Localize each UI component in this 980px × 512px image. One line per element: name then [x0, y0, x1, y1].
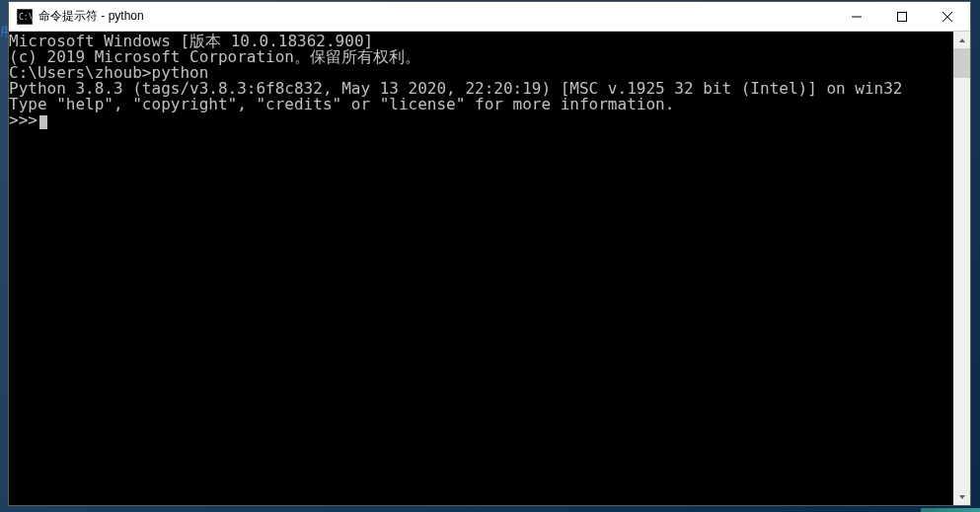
- scroll-thumb[interactable]: [953, 48, 970, 78]
- scroll-track[interactable]: [953, 48, 970, 488]
- scroll-down-button[interactable]: [953, 488, 970, 505]
- close-button[interactable]: [925, 2, 970, 31]
- vertical-scrollbar[interactable]: [953, 32, 970, 505]
- svg-text:C:\: C:\: [19, 13, 33, 22]
- terminal-body: Microsoft Windows [版本 10.0.18362.900](c)…: [9, 32, 970, 505]
- taskbar-edge: [921, 508, 980, 512]
- minimize-button[interactable]: [834, 2, 879, 31]
- scroll-up-button[interactable]: [953, 32, 970, 48]
- terminal-output[interactable]: Microsoft Windows [版本 10.0.18362.900](c)…: [9, 32, 953, 505]
- window-title: 命令提示符 - python: [38, 8, 834, 25]
- terminal-prompt-line: >>>: [9, 112, 953, 129]
- command-prompt-window: C:\ 命令提示符 - python Microsoft Windows [版本…: [8, 1, 971, 506]
- titlebar[interactable]: C:\ 命令提示符 - python: [9, 2, 970, 32]
- cursor: [39, 115, 47, 129]
- maximize-button[interactable]: [879, 2, 925, 31]
- terminal-line: Type "help", "copyright", "credits" or "…: [9, 97, 953, 112]
- cmd-icon: C:\: [17, 9, 33, 25]
- window-controls: [834, 2, 970, 31]
- background-edge-text: 用: [0, 24, 8, 37]
- prompt-text: >>>: [9, 110, 38, 129]
- svg-rect-3: [898, 12, 907, 21]
